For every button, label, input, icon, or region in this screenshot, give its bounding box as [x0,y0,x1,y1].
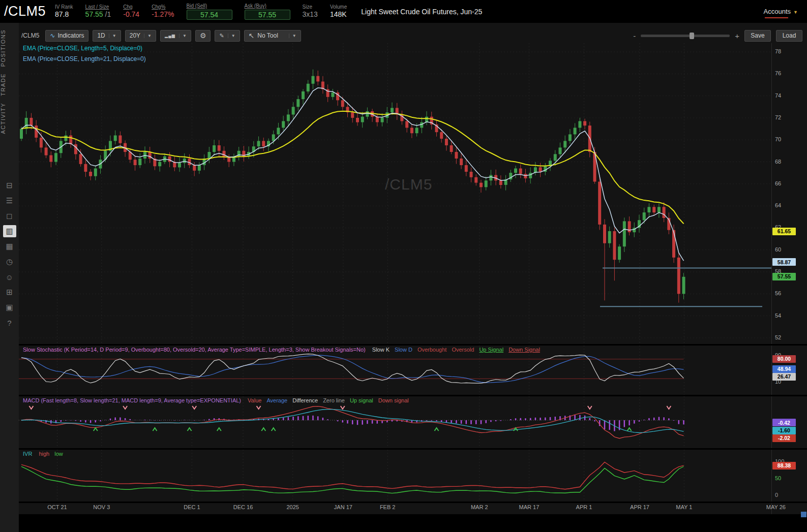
macd-badge: -0.42 [772,419,796,426]
zoom-slider-handle[interactable] [690,33,694,39]
ivr-tick: 50 [775,475,781,481]
history-clock-icon[interactable]: ◷ [3,256,16,268]
pencil-icon: ✎ [219,33,224,39]
ema-legend-line: EMA (Price=CLOSE, Length=21, Displace=0) [23,55,146,62]
sidebar-tab-positions[interactable]: POSITIONS [0,29,19,67]
stochastic-title: Slow Stochastic (K Period=14, D Period=9… [23,347,366,353]
price-tick: 72 [775,114,781,120]
people-icon[interactable]: ☺ [3,271,16,283]
price-chart[interactable] [19,43,771,345]
save-button[interactable]: Save [744,30,771,42]
chart-symbol-label: /CLM5 [21,32,39,39]
legend-item[interactable]: Value [248,397,261,403]
panel-divider[interactable] [19,344,807,346]
sidebar-tab-activity[interactable]: ACTIVITY [0,103,19,134]
active-tool-dropdown[interactable]: ↖ No Tool ▼ [244,30,301,42]
macd-title: MACD (Fast length=8, Slow length=21, MAC… [23,397,241,403]
panel-divider [19,502,807,503]
indicators-button[interactable]: ∿ Indicators [45,30,88,42]
time-tick: MAR 17 [519,504,540,510]
legend-item[interactable]: low [54,451,63,457]
drawing-tools-dropdown[interactable]: ✎ ▼ [215,30,240,42]
price-tick: 52 [775,334,781,340]
legend-item[interactable]: Overbought [417,347,446,353]
chart-style-dropdown[interactable]: ▂▄▆ ▼ [160,30,191,42]
zoom-slider[interactable] [641,35,730,37]
quote-header: /CLM5 IV Rank 87.8 Last / Size 57.55 /1 … [0,0,807,23]
watchlist-icon[interactable]: ☰ [3,195,16,207]
legend-item[interactable]: Slow D [395,347,412,353]
ema-legend-line: EMA (Price=CLOSE, Length=5, Displace=0) [23,45,146,52]
price-tick: 66 [775,180,781,186]
ivr-badge: 88.38 [772,462,796,470]
calendar-icon[interactable]: ▣ [3,301,16,314]
ivr-chart[interactable] [19,450,771,502]
stat-last-size: Last / Size 57.55 /1 [85,4,111,19]
stochastic-legend: Slow Stochastic (K Period=14, D Period=9… [23,347,540,353]
zoom-in-button[interactable]: + [735,32,739,40]
charts-icon[interactable]: ▥ [3,225,16,237]
stochastic-chart[interactable] [19,346,771,395]
chart-settings-button[interactable]: ⚙ [195,30,211,42]
grid-icon[interactable]: ▦ [3,240,16,253]
time-tick: OCT 21 [47,504,67,510]
legend-item[interactable]: Slow K [372,347,390,353]
zoom-out-button[interactable]: - [633,32,636,40]
cursor-icon: ↖ [249,32,255,40]
monitor-icon[interactable]: ⊟ [3,179,16,192]
range-dropdown[interactable]: 20Y ▼ [125,30,156,42]
legend-item[interactable]: high [39,451,49,457]
time-tick: DEC 1 [184,504,200,510]
ivr-legend: IVR highlow [23,451,63,457]
legend-item[interactable]: Down signal [378,397,409,403]
toolbar-right-group: - + Save Load [633,30,802,42]
price-tick: 68 [775,159,781,165]
time-tick: FEB 2 [380,504,396,510]
timeframe-dropdown[interactable]: 1D ▼ [93,30,121,42]
legend-item[interactable]: Average [266,397,287,403]
price-tick: 78 [775,48,781,54]
price-badge: 58.87 [772,258,796,266]
price-tick: 70 [775,136,781,142]
legend-item[interactable]: Zero line [323,397,345,403]
time-tick: MAY 1 [676,504,692,510]
stat-chg-pct: Chg% -1.27% [152,4,174,19]
bid-button[interactable]: 57.54 [187,10,232,20]
tv-icon[interactable]: ◻ [3,210,16,222]
stochastic-badge: 26.47 [772,373,796,381]
macd-badge: -1.60 [772,427,796,434]
chart-toolbar: /CLM5 ∿ Indicators 1D ▼ 20Y ▼ ▂▄▆ ▼ ⚙ ✎ … [21,28,802,43]
time-tick: APR 17 [630,504,649,510]
stat-volume: Volume 148K [330,4,347,19]
accounts-dropdown[interactable]: Accounts▼ [764,8,798,15]
products-box-icon[interactable]: ⊞ [3,286,16,298]
legend-item[interactable]: Difference [292,397,318,403]
panel-divider[interactable] [19,448,807,450]
ivr-title: IVR [23,451,32,457]
legend-item[interactable]: Up signal [350,397,373,403]
gear-icon: ⚙ [200,32,206,40]
time-tick: DEC 16 [233,504,253,510]
accounts-underline [765,17,788,18]
sidebar-tab-trade[interactable]: TRADE [0,73,19,96]
sidebar-icon-rail: ⊟☰◻▥▦◷☺⊞▣? [0,178,19,330]
scroll-corner-indicator[interactable] [801,512,806,517]
help-icon[interactable]: ? [3,317,16,329]
time-axis[interactable]: OCT 21NOV 3DEC 1DEC 162025JAN 17FEB 2MAR… [19,504,792,513]
macd-legend: MACD (Fast length=8, Slow length=21, MAC… [23,397,409,403]
macd-badge: -2.02 [772,434,796,442]
legend-item[interactable]: Up Signal [479,347,503,353]
macd-chart[interactable] [19,396,771,448]
legend-item[interactable]: Down Signal [509,347,540,353]
panel-divider[interactable] [19,395,807,396]
price-tick: 76 [775,70,781,76]
time-tick: MAY 26 [766,504,786,510]
indicators-icon: ∿ [50,32,55,39]
ask-button[interactable]: 57.55 [245,10,290,20]
legend-item[interactable]: Oversold [452,347,474,353]
left-sidebar: POSITIONS TRADE ACTIVITY ⊟☰◻▥▦◷☺⊞▣? [0,23,19,532]
time-tick: 2025 [286,504,298,510]
load-button[interactable]: Load [776,30,802,42]
stat-ask: Ask (Buy) 57.55 [245,3,290,20]
price-axis-border [771,43,772,514]
